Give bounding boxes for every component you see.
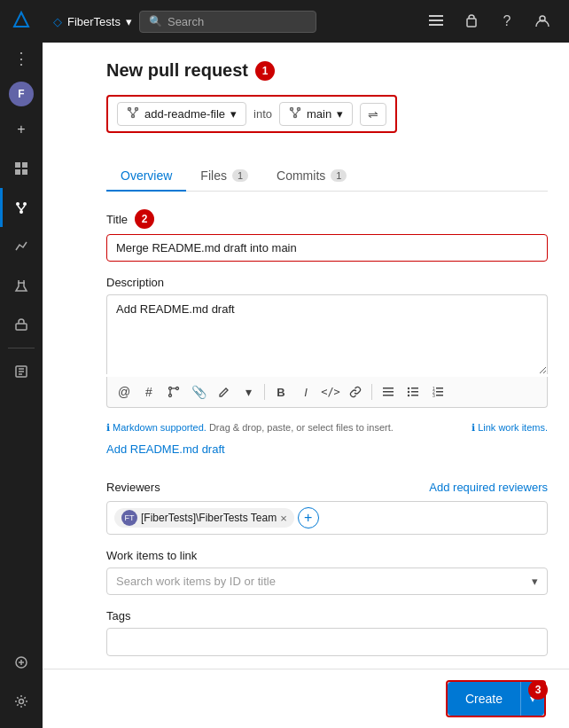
target-branch-chevron: ▾ (337, 107, 343, 121)
toolbar-bullet-btn[interactable] (401, 380, 425, 403)
step3-badge: 3 (528, 680, 548, 700)
sidebar-item-test[interactable] (0, 266, 43, 305)
svg-point-36 (176, 387, 179, 390)
toolbar-link-btn[interactable] (344, 380, 367, 403)
topbar: ◇ FiberTests ▾ 🔍 Search ? (43, 0, 569, 43)
sidebar-item-add[interactable]: + (0, 110, 43, 149)
sidebar-item-pipelines[interactable] (0, 227, 43, 266)
markdown-link[interactable]: Markdown supported. (113, 422, 207, 433)
bottom-bar: Create ▾ 3 (43, 669, 569, 728)
sidebar-item-settings[interactable] (0, 682, 43, 721)
sidebar-item-repos[interactable] (0, 188, 43, 227)
toolbar-sep1 (264, 384, 265, 400)
search-box[interactable]: 🔍 Search (139, 11, 316, 33)
help-icon[interactable]: ? (491, 5, 523, 37)
target-branch-btn[interactable]: main ▾ (279, 102, 353, 126)
tab-files[interactable]: Files 1 (186, 161, 262, 192)
sidebar-item-overview[interactable] (0, 352, 43, 391)
reviewer-add-btn[interactable]: + (298, 507, 319, 528)
reviewers-input[interactable]: FT [FiberTests]\FiberTests Team × + (106, 501, 548, 535)
svg-marker-0 (14, 12, 28, 27)
svg-point-6 (23, 202, 27, 206)
branch-selector-container: add-readme-file ▾ into main ▾ ⇌ (106, 95, 548, 147)
branch-source-icon (127, 106, 139, 121)
work-items-chevron-icon: ▾ (532, 575, 538, 588)
work-items-dropdown[interactable]: Search work items by ID or title ▾ (106, 568, 548, 595)
add-required-reviewers-link[interactable]: Add required reviewers (429, 481, 548, 494)
nav-icon[interactable] (420, 5, 452, 37)
svg-rect-11 (16, 324, 27, 330)
svg-point-35 (169, 387, 172, 390)
svg-point-26 (136, 108, 138, 111)
toolbar-italic-btn[interactable]: I (294, 380, 317, 403)
svg-point-45 (408, 391, 409, 393)
reviewers-header: Reviewers Add required reviewers (106, 481, 548, 494)
svg-rect-23 (467, 19, 476, 27)
org-chevron-icon: ▾ (126, 15, 132, 28)
toolbar-list-btn[interactable] (377, 380, 400, 403)
sidebar-item-boards[interactable] (0, 149, 43, 188)
svg-rect-1 (15, 162, 20, 168)
svg-text:3: 3 (433, 393, 435, 398)
toolbar-numbered-btn[interactable]: 123 (426, 380, 449, 403)
sidebar-item-extension[interactable] (0, 643, 43, 682)
svg-rect-44 (411, 387, 418, 389)
sidebar-item-artifacts[interactable] (0, 305, 43, 344)
svg-rect-54 (436, 395, 443, 396)
shopping-icon[interactable] (456, 5, 487, 37)
source-branch-btn[interactable]: add-readme-file ▾ (117, 102, 246, 126)
reviewer-remove-btn[interactable]: × (280, 513, 287, 524)
toolbar-pr-btn[interactable] (162, 380, 185, 403)
toolbar-edit-btn[interactable] (212, 380, 235, 403)
create-button[interactable]: Create (448, 682, 520, 716)
swap-branch-btn[interactable]: ⇌ (360, 103, 386, 126)
tab-overview[interactable]: Overview (106, 161, 186, 192)
toolbar-sep2 (371, 384, 372, 400)
svg-rect-50 (436, 387, 443, 389)
svg-rect-48 (411, 395, 418, 396)
toolbar-code-btn[interactable]: </> (319, 380, 342, 403)
svg-point-27 (132, 115, 135, 118)
page-title-text: New pull request (106, 60, 248, 81)
svg-line-34 (295, 111, 299, 115)
svg-point-5 (16, 202, 19, 206)
user-icon[interactable] (526, 5, 558, 37)
tags-label: Tags (106, 609, 548, 622)
avatar[interactable]: F (9, 82, 34, 106)
info-icon2: ℹ (472, 422, 475, 433)
svg-rect-2 (22, 162, 27, 168)
svg-point-43 (408, 387, 409, 389)
toolbar-mention-btn[interactable]: @ (113, 380, 136, 403)
sidebar: ⋮ F + (0, 0, 43, 728)
work-items-placeholder: Search work items by ID or title (116, 575, 276, 588)
svg-point-30 (291, 108, 293, 111)
description-label: Description (106, 276, 548, 289)
org-name: FiberTests (67, 15, 121, 28)
tab-commits[interactable]: Commits 1 (262, 161, 361, 192)
search-placeholder: Search (168, 15, 204, 28)
toolbar-edit-chevron[interactable]: ▾ (237, 380, 260, 403)
link-work-items-link[interactable]: Link work items. (478, 422, 548, 433)
add-readme-link[interactable]: Add README.md draft (106, 442, 225, 456)
app-logo[interactable] (0, 0, 43, 39)
svg-rect-21 (429, 20, 443, 21)
title-input[interactable] (106, 234, 548, 262)
svg-rect-46 (411, 391, 418, 393)
reviewers-label: Reviewers (106, 481, 160, 494)
svg-rect-4 (22, 169, 27, 175)
toolbar-attach-btn[interactable]: 📎 (187, 380, 210, 403)
toolbar-bold-btn[interactable]: B (269, 380, 292, 403)
title-label: Title (106, 213, 128, 226)
svg-line-8 (18, 206, 21, 210)
sidebar-item-menu[interactable]: ⋮ (0, 39, 43, 78)
tags-input[interactable] (106, 628, 548, 656)
source-branch-chevron: ▾ (230, 107, 237, 121)
svg-line-9 (21, 206, 25, 210)
description-textarea[interactable]: Add README.md draft (106, 294, 548, 374)
files-badge: 1 (232, 169, 248, 182)
markdown-hint-text: Drag & drop, paste, or select files to i… (209, 422, 394, 433)
org-selector[interactable]: ◇ FiberTests ▾ (53, 15, 132, 28)
page-title-section: New pull request 1 (106, 60, 548, 81)
toolbar-hashtag-btn[interactable]: # (137, 380, 160, 403)
tab-bar: Overview Files 1 Commits 1 (106, 161, 548, 192)
